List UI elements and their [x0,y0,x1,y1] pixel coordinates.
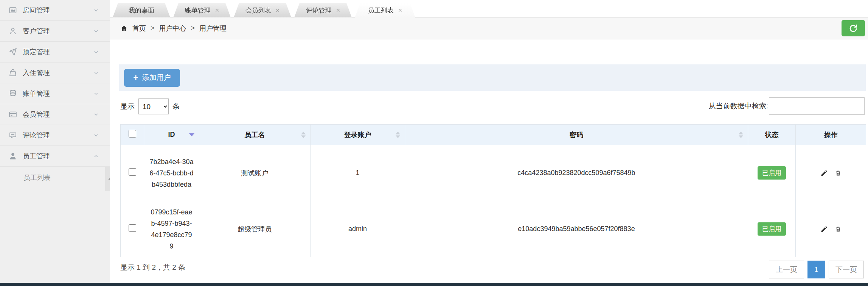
column-header-label: 登录账户 [344,131,371,139]
bottom-bar [0,283,868,286]
tab-bills[interactable]: 账单管理 × [173,3,231,17]
sidebar: 房间管理 客户管理 预定管理 [0,0,110,283]
credit-card-icon [8,110,17,119]
breadcrumb-separator: > [191,24,195,32]
home-icon [120,25,128,32]
app-window: 房间管理 客户管理 预定管理 [0,0,868,286]
tab-staff-list[interactable]: 员工列表 × [355,3,415,18]
comment-icon [8,131,17,140]
edit-icon[interactable] [820,225,828,233]
password-cell: e10adc3949ba59abbe56e057f20f883e [405,201,748,257]
breadcrumb-user-center[interactable]: 用户中心 [159,24,186,33]
database-icon [8,89,17,98]
sidebar-item-comments[interactable]: 评论管理 [0,125,110,146]
column-header-label: 员工名 [245,131,265,139]
next-page-button[interactable]: 下一页 [829,261,864,278]
column-header-password[interactable]: 密码 [405,125,748,145]
tab-my-desktop[interactable]: 我的桌面 [113,3,170,17]
status-badge: 已启用 [758,222,786,236]
column-header-label: 操作 [824,131,838,139]
column-header-status: 状态 [748,125,796,145]
page-size-control: 显示 10 条 [120,98,180,115]
close-tab-icon[interactable]: × [215,7,219,14]
delete-icon[interactable] [835,226,842,233]
column-header-account[interactable]: 登录账户 [311,125,405,145]
refresh-icon [848,23,858,33]
tab-comments[interactable]: 评论管理 × [294,3,352,17]
table-header-row: ID 员工名 登录账户 密码 [121,125,866,145]
row-checkbox[interactable] [129,224,136,232]
select-all-header [121,125,144,145]
tab-label: 账单管理 [185,6,211,15]
password-cell: c4ca4238a0b923820dcc509a6f75849b [405,145,748,201]
sidebar-item-label: 评论管理 [23,131,92,140]
id-cell: 7b2ba4e4-30a6-47c5-bcbb-db453dbbfeda [144,145,199,201]
row-select-cell [121,201,144,257]
tab-bar: 我的桌面 账单管理 × 会员列表 × 评论管理 × 员工列表 × [110,0,868,17]
person-filled-icon [8,152,17,161]
sidebar-item-checkin[interactable]: 入住管理 [0,63,110,83]
edit-icon[interactable] [820,169,828,177]
tab-label: 评论管理 [306,6,332,15]
ops-cell [796,201,866,257]
sidebar-item-rooms[interactable]: 房间管理 [0,0,110,21]
account-cell: admin [311,201,405,257]
sidebar-item-label: 客户管理 [23,27,92,36]
search-input[interactable] [769,97,865,115]
staff-table: ID 员工名 登录账户 密码 [120,124,866,257]
sidebar-subitem-staff-list[interactable]: 员工列表 [0,167,110,189]
status-badge: 已启用 [758,166,786,180]
prev-page-button[interactable]: 上一页 [769,261,804,278]
sort-both-icon [739,131,743,138]
sort-both-icon [301,131,306,138]
tab-member-list[interactable]: 会员列表 × [234,3,291,17]
close-tab-icon[interactable]: × [276,7,279,14]
close-tab-icon[interactable]: × [398,7,402,14]
select-all-checkbox[interactable] [129,130,136,138]
chevron-down-icon [92,131,100,139]
breadcrumb-home[interactable]: 首页 [132,24,146,33]
delete-icon[interactable] [835,170,842,177]
sidebar-item-reservations[interactable]: 预定管理 [0,42,110,63]
name-cell: 超级管理员 [199,201,311,257]
column-header-name[interactable]: 员工名 [199,125,311,145]
sidebar-item-customers[interactable]: 客户管理 [0,21,110,42]
column-header-label: 状态 [765,131,779,139]
sidebar-subitem-label: 员工列表 [23,173,51,182]
column-header-id[interactable]: ID [144,125,199,145]
status-cell: 已启用 [748,145,796,201]
pagination: 上一页 1 下一页 [769,261,864,278]
page-number-button[interactable]: 1 [807,261,825,278]
table-row: 0799c15f-eaeb-4597-b943-4e179e8cc799 超级管… [121,201,866,257]
sort-both-icon [396,131,400,138]
sidebar-item-label: 会员管理 [23,110,92,119]
show-label: 显示 [120,102,135,111]
column-header-label: 密码 [570,131,583,139]
chevron-down-icon [92,27,100,35]
row-checkbox[interactable] [129,168,136,176]
close-tab-icon[interactable]: × [336,7,340,14]
bag-icon [8,68,17,77]
chevron-up-icon [92,152,100,160]
name-cell: 测试账户 [199,145,311,201]
sidebar-item-label: 预定管理 [23,47,92,56]
ops-cell [796,145,866,201]
sidebar-item-members[interactable]: 会员管理 [0,104,110,125]
refresh-button[interactable] [842,20,865,36]
tab-label: 我的桌面 [129,6,154,15]
sidebar-item-label: 入住管理 [23,68,92,77]
table-row: 7b2ba4e4-30a6-47c5-bcbb-db453dbbfeda 测试账… [121,145,866,201]
newspaper-icon [8,6,17,15]
chevron-down-icon [92,69,100,77]
sidebar-item-staff[interactable]: 员工管理 [0,146,110,167]
row-select-cell [121,145,144,201]
search-control: 从当前数据中检索: [709,97,865,115]
sort-desc-icon [189,133,194,136]
send-icon [8,47,17,56]
toolbar-panel: + 添加用户 [119,64,866,91]
add-user-button[interactable]: + 添加用户 [124,69,180,87]
sidebar-item-bills[interactable]: 账单管理 [0,83,110,104]
main-area: 我的桌面 账单管理 × 会员列表 × 评论管理 × 员工列表 × [110,0,868,283]
page-size-select[interactable]: 10 [138,98,169,114]
column-header-label: ID [168,131,175,138]
